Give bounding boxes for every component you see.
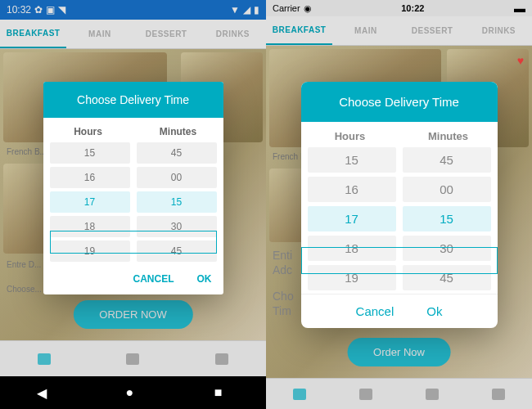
minute-option[interactable]: 45	[403, 265, 491, 290]
hour-option[interactable]: 18	[308, 236, 396, 261]
time-picker: 15 16 17 18 19 45 00 15 30 45	[43, 142, 223, 265]
modal-overlay[interactable]: Choose Delivery Time Hours Minutes 15 16…	[0, 0, 266, 376]
hour-option[interactable]: 15	[50, 142, 130, 164]
minutes-label: Minutes	[133, 126, 223, 137]
hour-option-selected[interactable]: 17	[308, 206, 396, 231]
hour-option-selected[interactable]: 17	[50, 191, 130, 213]
picker-labels: Hours Minutes	[301, 122, 498, 147]
minute-option[interactable]: 45	[403, 147, 491, 173]
minute-option[interactable]: 30	[403, 236, 491, 261]
dialog-actions: Cancel Ok	[301, 294, 498, 328]
minutes-column[interactable]: 45 00 15 30 45	[137, 142, 217, 262]
ok-button[interactable]: Ok	[426, 304, 442, 318]
hour-option[interactable]: 15	[308, 147, 396, 173]
picker-labels: Hours Minutes	[43, 118, 223, 142]
minute-option[interactable]: 45	[137, 240, 217, 262]
modal-overlay[interactable]: Choose Delivery Time Hours Minutes 15 16…	[266, 0, 532, 409]
android-phone: 10:32 ✿ ▣ ◥ ▼ ◢ ▮ BREAKFAST MAIN DESSERT…	[0, 0, 266, 409]
hour-option[interactable]: 16	[308, 177, 396, 202]
dialog-actions: CANCEL OK	[43, 265, 223, 294]
minute-option[interactable]: 30	[137, 216, 217, 237]
hour-option[interactable]: 19	[50, 240, 130, 262]
minutes-label: Minutes	[399, 130, 498, 142]
hour-option[interactable]: 19	[308, 265, 396, 290]
minutes-column[interactable]: 45 00 15 30 45	[403, 147, 491, 290]
minute-option[interactable]: 45	[137, 142, 217, 164]
hours-label: Hours	[301, 130, 399, 142]
recent-icon[interactable]: ■	[214, 385, 229, 400]
time-picker: 15 16 17 18 19 45 00 15 30 45	[301, 147, 498, 294]
dialog-title: Choose Delivery Time	[301, 82, 498, 122]
hours-column[interactable]: 15 16 17 18 19	[308, 147, 396, 290]
hour-option[interactable]: 16	[50, 167, 130, 188]
cancel-button[interactable]: CANCEL	[133, 273, 174, 285]
time-picker-dialog: Choose Delivery Time Hours Minutes 15 16…	[301, 82, 498, 328]
android-system-nav: ◀ ● ■	[0, 376, 266, 409]
time-picker-dialog: Choose Delivery Time Hours Minutes 15 16…	[43, 82, 223, 294]
minute-option-selected[interactable]: 15	[403, 206, 491, 231]
minute-option-selected[interactable]: 15	[137, 191, 217, 213]
ok-button[interactable]: OK	[197, 273, 212, 285]
dialog-title: Choose Delivery Time	[43, 82, 223, 118]
hours-label: Hours	[43, 126, 133, 137]
home-icon[interactable]: ●	[125, 385, 140, 400]
back-icon[interactable]: ◀	[37, 385, 52, 400]
minute-option[interactable]: 00	[403, 177, 491, 202]
cancel-button[interactable]: Cancel	[356, 304, 394, 318]
hours-column[interactable]: 15 16 17 18 19	[50, 142, 130, 262]
hour-option[interactable]: 18	[50, 216, 130, 237]
minute-option[interactable]: 00	[137, 167, 217, 188]
ios-phone: Carrier ◉ 10:22 ▬ BREAKFAST MAIN DESSERT…	[266, 0, 532, 409]
